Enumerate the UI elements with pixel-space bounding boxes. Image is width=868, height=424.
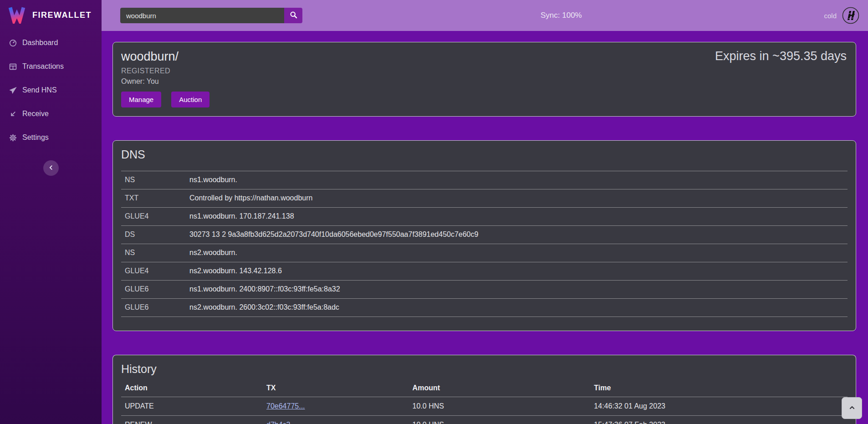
history-time: 15:47:36 07 Feb 2023 [590,416,848,424]
search-icon [290,11,297,20]
dns-record-type: DS [121,226,186,244]
sidebar-item-label: Settings [22,133,49,142]
sidebar-item-send-hns[interactable]: Send HNS [0,78,102,102]
sidebar-item-dashboard[interactable]: Dashboard [0,31,102,55]
main-column: Sync: 100% cold [102,0,868,424]
history-action: UPDATE [121,397,263,416]
history-row: UPDATE 70e64775... 10.0 HNS 14:46:32 01 … [121,397,848,416]
dns-record-value: ns1.woodburn. 170.187.241.138 [186,208,848,226]
history-col-time: Time [590,380,848,397]
history-table: Action TX Amount Time UPDATE 70e64775...… [121,380,848,424]
dns-record-row: DS 30273 13 2 9a3a8fb3d625d2a2073d740f10… [121,226,848,244]
domain-status: REGISTERED [121,67,848,75]
sidebar-nav: Dashboard Transactions Send HNS Receive … [0,31,102,149]
history-card: History Action TX Amount Time UPDATE 70e… [112,355,856,424]
sidebar-item-label: Dashboard [22,39,58,47]
dns-record-row: NS ns2.woodburn. [121,244,848,262]
dns-record-value: 30273 13 2 9a3a8fb3d625d2a2073d740f10da6… [186,226,848,244]
history-action: RENEW [121,416,263,424]
dns-record-row: GLUE6 ns2.woodburn. 2600:3c02::f03c:93ff… [121,299,848,317]
settings-icon [9,134,17,142]
sidebar-item-settings[interactable]: Settings [0,126,102,149]
dns-record-row: GLUE6 ns1.woodburn. 2400:8907::f03c:93ff… [121,281,848,299]
send-icon [9,87,17,94]
dashboard-icon [9,39,17,47]
chevron-up-icon [848,404,856,413]
dns-record-value: ns1.woodburn. 2400:8907::f03c:93ff:fe5a:… [186,281,848,299]
dns-table: NS ns1.woodburn. TXT Controlled by https… [121,171,848,317]
dns-record-value: ns2.woodburn. 2600:3c02::f03c:93ff:fe5a:… [186,299,848,317]
dns-record-type: TXT [121,189,186,208]
sidebar: FIREWALLET Dashboard Transactions Send H… [0,0,102,424]
history-row: RENEW d7b4c2... 10.0 HNS 15:47:36 07 Feb… [121,416,848,424]
chevron-left-icon [48,164,54,172]
collapse-sidebar-button[interactable] [43,160,59,176]
search-input[interactable] [120,8,284,23]
history-col-amount: Amount [409,380,591,397]
dns-record-value: ns2.woodburn. 143.42.128.6 [186,262,848,281]
dns-record-type: GLUE4 [121,262,186,281]
domain-card: woodburn/ REGISTERED Owner: You Manage A… [112,42,856,117]
sidebar-item-label: Transactions [22,62,64,71]
dns-record-type: GLUE6 [121,299,186,317]
auction-button[interactable]: Auction [171,92,209,107]
sync-status: Sync: 100% [541,11,582,20]
dns-record-row: GLUE4 ns1.woodburn. 170.187.241.138 [121,208,848,226]
dns-record-row: NS ns1.woodburn. [121,171,848,189]
history-title: History [121,363,848,376]
sidebar-item-label: Receive [22,110,49,118]
dns-record-row: TXT Controlled by https://nathan.woodbur… [121,189,848,208]
search-group [120,8,302,23]
wallet-name: cold [824,12,837,20]
sidebar-item-transactions[interactable]: Transactions [0,55,102,78]
history-col-tx: TX [263,380,409,397]
app-logo: FIREWALLET [0,0,102,30]
dns-record-value: ns2.woodburn. [186,244,848,262]
scroll-top-button[interactable] [842,397,862,419]
domain-owner: Owner: You [121,77,848,86]
history-time: 14:46:32 01 Aug 2023 [590,397,848,416]
hns-logo-icon[interactable] [842,6,860,25]
dns-record-value: Controlled by https://nathan.woodburn [186,189,848,208]
history-col-action: Action [121,380,263,397]
dns-record-type: NS [121,171,186,189]
tx-link[interactable]: d7b4c2... [266,421,296,424]
dns-record-type: GLUE6 [121,281,186,299]
history-header-row: Action TX Amount Time [121,380,848,397]
dns-card: DNS NS ns1.woodburn. TXT Controlled by h… [112,140,856,331]
dns-record-type: GLUE4 [121,208,186,226]
domain-actions: Manage Auction [121,92,848,109]
manage-button[interactable]: Manage [121,92,161,107]
dns-title: DNS [121,148,848,161]
receive-icon [9,110,17,118]
dns-record-row: GLUE4 ns2.woodburn. 143.42.128.6 [121,262,848,281]
dns-record-type: NS [121,244,186,262]
page-content: woodburn/ REGISTERED Owner: You Manage A… [102,31,868,424]
tx-link[interactable]: 70e64775... [266,402,305,410]
search-button[interactable] [284,8,302,23]
sidebar-item-label: Send HNS [22,86,57,94]
firewallet-logo-icon [7,5,26,26]
app-title: FIREWALLET [32,10,92,20]
dns-record-value: ns1.woodburn. [186,171,848,189]
topbar: Sync: 100% cold [102,0,868,31]
history-amount: 10.0 HNS [409,416,591,424]
wallet-chip: cold [824,6,861,25]
sidebar-item-receive[interactable]: Receive [0,102,102,126]
transactions-icon [9,63,17,71]
expires-label: Expires in ~395.35 days [715,49,847,63]
history-amount: 10.0 HNS [409,397,591,416]
